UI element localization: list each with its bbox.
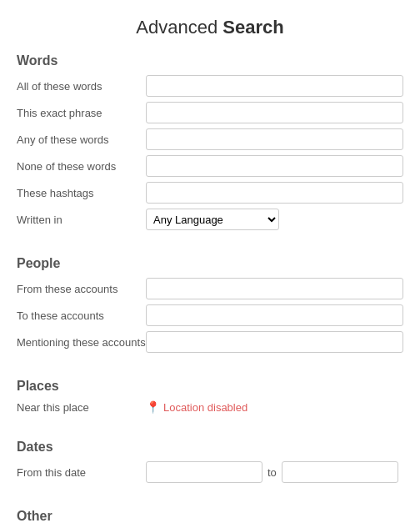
- from-accounts-label: From these accounts: [17, 283, 146, 295]
- exact-phrase-input[interactable]: [146, 102, 403, 123]
- language-label: Written in: [17, 214, 146, 226]
- location-status: 📍 Location disabled: [146, 400, 248, 414]
- none-words-input[interactable]: [146, 155, 403, 177]
- all-words-input[interactable]: [146, 75, 403, 97]
- mentioning-accounts-input[interactable]: [146, 331, 403, 353]
- from-accounts-row: From these accounts: [17, 278, 403, 299]
- mentioning-accounts-label: Mentioning these accounts: [17, 336, 146, 349]
- language-row: Written in Any Language English Spanish …: [17, 209, 403, 230]
- near-place-label: Near this place: [17, 401, 146, 414]
- mentioning-accounts-row: Mentioning these accounts: [17, 331, 403, 353]
- from-date-label: From this date: [17, 466, 146, 479]
- page-title: Advanced Search: [17, 17, 403, 38]
- hashtags-input[interactable]: [146, 182, 403, 204]
- any-words-label: Any of these words: [17, 133, 146, 146]
- hashtags-label: These hashtags: [17, 187, 146, 199]
- location-disabled-text: Location disabled: [163, 401, 248, 414]
- hashtags-row: These hashtags: [17, 182, 403, 204]
- to-date-input[interactable]: [282, 461, 398, 483]
- to-accounts-label: To these accounts: [17, 309, 146, 322]
- title-normal: Advanced: [136, 17, 222, 38]
- places-section-title: Places: [17, 379, 403, 394]
- location-icon: 📍: [146, 400, 160, 414]
- from-accounts-input[interactable]: [146, 278, 403, 299]
- all-words-row: All of these words: [17, 75, 403, 97]
- other-section-title: Other: [17, 509, 403, 523]
- any-words-input[interactable]: [146, 128, 403, 150]
- near-place-row: Near this place 📍 Location disabled: [17, 400, 403, 414]
- from-date-row: From this date to: [17, 461, 403, 483]
- any-words-row: Any of these words: [17, 128, 403, 150]
- from-date-input[interactable]: [146, 461, 262, 483]
- exact-phrase-label: This exact phrase: [17, 107, 146, 119]
- to-accounts-row: To these accounts: [17, 304, 403, 326]
- to-accounts-input[interactable]: [146, 304, 403, 326]
- page-container: Advanced Search Words All of these words…: [0, 0, 420, 523]
- to-label: to: [268, 466, 277, 479]
- date-inputs: to: [146, 461, 403, 483]
- title-bold: Search: [222, 17, 283, 38]
- exact-phrase-row: This exact phrase: [17, 102, 403, 123]
- all-words-label: All of these words: [17, 80, 146, 93]
- none-words-row: None of these words: [17, 155, 403, 177]
- dates-section-title: Dates: [17, 440, 403, 455]
- words-section-title: Words: [17, 53, 403, 68]
- people-section-title: People: [17, 256, 403, 271]
- language-select[interactable]: Any Language English Spanish French Germ…: [146, 209, 279, 230]
- none-words-label: None of these words: [17, 160, 146, 173]
